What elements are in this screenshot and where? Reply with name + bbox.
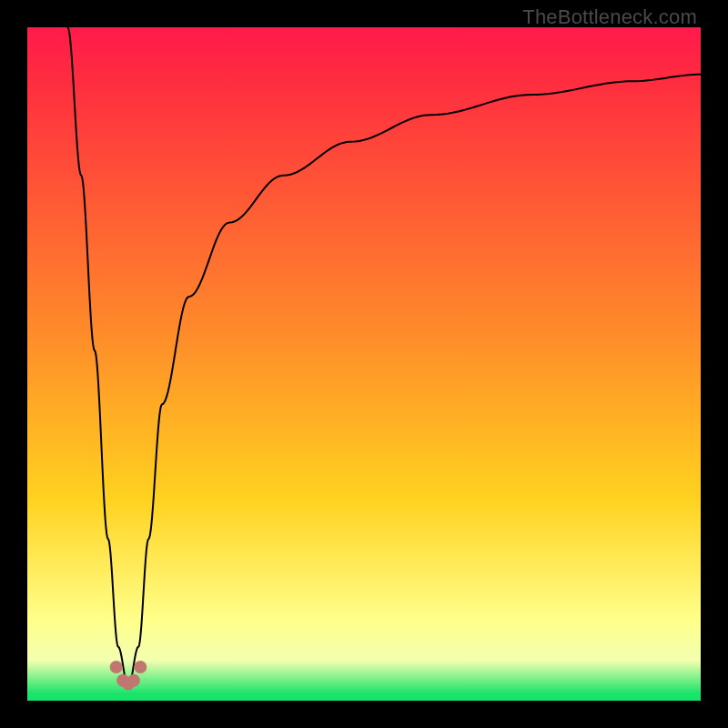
- min-marker-dot: [127, 674, 140, 687]
- watermark-text: TheBottleneck.com: [522, 5, 697, 29]
- min-marker-dot: [134, 661, 147, 673]
- bottleneck-curve: [67, 27, 701, 687]
- chart-frame: [27, 27, 701, 701]
- min-marker-dot: [110, 661, 123, 673]
- min-marker-dots: [110, 661, 147, 691]
- chart-svg: [27, 27, 701, 701]
